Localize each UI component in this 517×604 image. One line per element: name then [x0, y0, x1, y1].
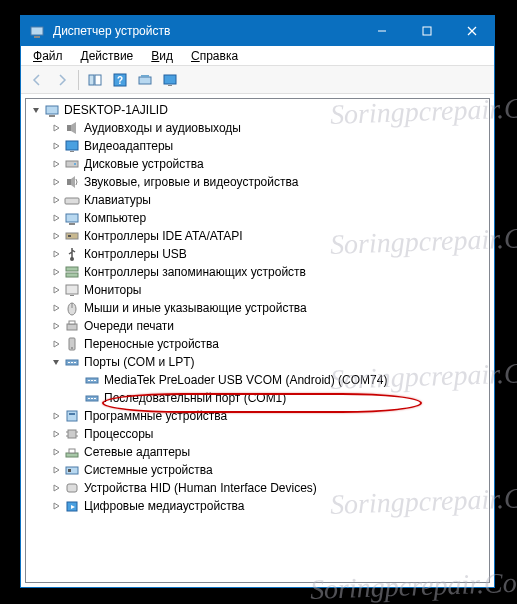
tree-node-item-2[interactable]: Дисковые устройства — [28, 155, 487, 173]
display-icon — [64, 138, 80, 154]
tree-node-ports[interactable]: Порты (COM и LPT) — [28, 353, 487, 371]
tree-node-port-0[interactable]: MediaTek PreLoader USB VCOM (Android) (C… — [28, 371, 487, 389]
menu-file[interactable]: Файл — [25, 48, 71, 63]
window-controls — [359, 16, 494, 46]
tree-node-item-6[interactable]: Контроллеры IDE ATA/ATAPI — [28, 227, 487, 245]
svg-text:?: ? — [117, 75, 123, 86]
expand-icon[interactable] — [48, 282, 64, 298]
expand-icon[interactable] — [48, 408, 64, 424]
svg-rect-10 — [139, 77, 151, 84]
tree-node-item-10[interactable]: Мыши и иные указывающие устройства — [28, 299, 487, 317]
tree-node-item-1[interactable]: Видеоадаптеры — [28, 137, 487, 155]
tree-node-label: Мыши и иные указывающие устройства — [84, 301, 307, 315]
forward-button[interactable] — [50, 68, 74, 92]
tree-node-item2-3[interactable]: Системные устройства — [28, 461, 487, 479]
collapse-icon[interactable] — [28, 102, 44, 118]
monitor-icon — [64, 282, 80, 298]
port-icon — [84, 390, 100, 406]
menu-action[interactable]: Действие — [73, 48, 142, 63]
menu-view[interactable]: Вид — [143, 48, 181, 63]
expand-icon[interactable] — [48, 462, 64, 478]
expand-icon[interactable] — [48, 426, 64, 442]
tree-node-label: Системные устройства — [84, 463, 213, 477]
expand-icon[interactable] — [48, 498, 64, 514]
tree-node-item2-0[interactable]: Программные устройства — [28, 407, 487, 425]
tree-node-item2-5[interactable]: Цифровые медиаустройства — [28, 497, 487, 515]
mouse-icon — [64, 300, 80, 316]
tree-node-item-12[interactable]: Переносные устройства — [28, 335, 487, 353]
svg-rect-43 — [74, 362, 76, 363]
usb-icon — [64, 246, 80, 262]
svg-rect-45 — [88, 380, 90, 381]
tree-node-item2-4[interactable]: Устройства HID (Human Interface Devices) — [28, 479, 487, 497]
maximize-button[interactable] — [404, 16, 449, 46]
computer-icon — [44, 102, 60, 118]
svg-rect-11 — [141, 75, 149, 77]
tree-node-item-4[interactable]: Клавиатуры — [28, 191, 487, 209]
expand-icon[interactable] — [48, 210, 64, 226]
storage-icon — [64, 264, 80, 280]
window-title: Диспетчер устройств — [53, 24, 359, 38]
svg-point-20 — [74, 163, 76, 165]
expand-icon[interactable] — [48, 264, 64, 280]
svg-rect-46 — [91, 380, 93, 381]
svg-rect-19 — [66, 161, 78, 167]
svg-rect-1 — [34, 36, 40, 38]
network-icon — [64, 444, 80, 460]
computer-icon — [64, 210, 80, 226]
expand-icon[interactable] — [48, 138, 64, 154]
tree-node-item2-2[interactable]: Сетевые адаптеры — [28, 443, 487, 461]
expand-icon[interactable] — [48, 336, 64, 352]
expand-icon[interactable] — [48, 228, 64, 244]
tree-node-label: Мониторы — [84, 283, 141, 297]
tree-node-label: Контроллеры запоминающих устройств — [84, 265, 306, 279]
help-button[interactable]: ? — [108, 68, 132, 92]
app-icon — [29, 23, 45, 39]
expand-icon[interactable] — [48, 246, 64, 262]
expand-icon[interactable] — [48, 192, 64, 208]
close-button[interactable] — [449, 16, 494, 46]
minimize-button[interactable] — [359, 16, 404, 46]
monitor-button[interactable] — [158, 68, 182, 92]
back-button[interactable] — [25, 68, 49, 92]
toolbar-separator — [78, 70, 79, 90]
svg-rect-62 — [68, 469, 71, 472]
tree-node-label: Видеоадаптеры — [84, 139, 173, 153]
hid-icon — [64, 480, 80, 496]
svg-rect-36 — [67, 324, 77, 330]
tree-node-item-11[interactable]: Очереди печати — [28, 317, 487, 335]
svg-rect-15 — [49, 115, 55, 117]
expand-icon[interactable] — [48, 156, 64, 172]
expand-icon[interactable] — [48, 120, 64, 136]
tree-node-port-1[interactable]: Последовательный порт (COM1) — [28, 389, 487, 407]
device-tree[interactable]: DESKTOP-1AJILIDАудиовходы и аудиовыходыВ… — [25, 98, 490, 583]
expand-icon[interactable] — [48, 444, 64, 460]
tree-node-item-5[interactable]: Компьютер — [28, 209, 487, 227]
tree-node-label: Последовательный порт (COM1) — [104, 391, 286, 405]
tree-node-item-9[interactable]: Мониторы — [28, 281, 487, 299]
disk-icon — [64, 156, 80, 172]
port-icon — [64, 354, 80, 370]
tree-node-label: Порты (COM и LPT) — [84, 355, 195, 369]
ide-icon — [64, 228, 80, 244]
expand-icon[interactable] — [48, 300, 64, 316]
tree-node-item-0[interactable]: Аудиовходы и аудиовыходы — [28, 119, 487, 137]
tree-node-item-7[interactable]: Контроллеры USB — [28, 245, 487, 263]
expand-icon[interactable] — [48, 318, 64, 334]
menu-help[interactable]: Справка — [183, 48, 246, 63]
tree-node-label: Аудиовходы и аудиовыходы — [84, 121, 241, 135]
tree-node-item-3[interactable]: Звуковые, игровые и видеоустройства — [28, 173, 487, 191]
svg-rect-16 — [67, 125, 71, 131]
collapse-icon[interactable] — [48, 354, 64, 370]
expand-icon[interactable] — [48, 480, 64, 496]
tree-node-label: Дисковые устройства — [84, 157, 204, 171]
tree-node-item-8[interactable]: Контроллеры запоминающих устройств — [28, 263, 487, 281]
tree-node-item2-1[interactable]: Процессоры — [28, 425, 487, 443]
tree-node-label: Контроллеры IDE ATA/ATAPI — [84, 229, 243, 243]
tree-node-root[interactable]: DESKTOP-1AJILID — [28, 101, 487, 119]
content-area: DESKTOP-1AJILIDАудиовходы и аудиовыходыВ… — [21, 94, 494, 587]
expand-icon[interactable] — [48, 174, 64, 190]
show-hide-tree-button[interactable] — [83, 68, 107, 92]
scan-hardware-button[interactable] — [133, 68, 157, 92]
audio-icon — [64, 120, 80, 136]
